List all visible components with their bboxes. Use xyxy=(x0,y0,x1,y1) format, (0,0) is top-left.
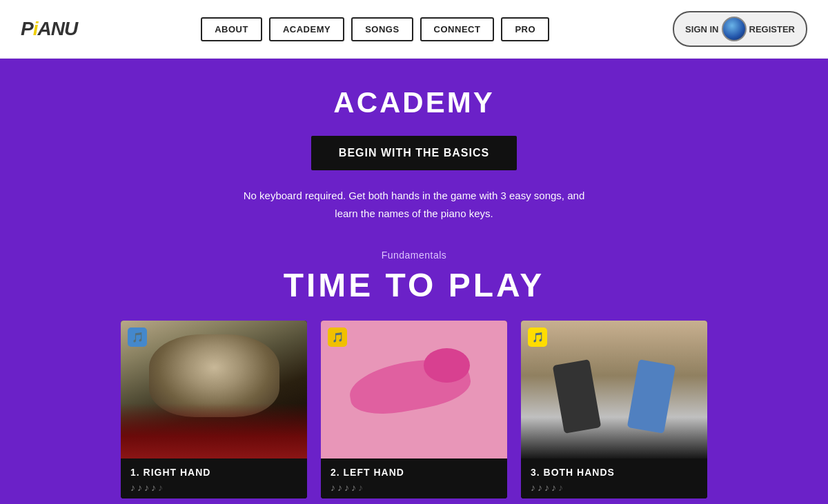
star-1: ♪ xyxy=(130,482,135,493)
card-footer-3: 3. BOTH HANDS ♪ ♪ ♪ ♪ ♪ xyxy=(521,458,707,498)
auth-box: SIGN IN REGISTER xyxy=(673,11,807,47)
sign-in-button[interactable]: SIGN IN xyxy=(685,24,718,34)
star-4: ♪ xyxy=(351,482,356,493)
card-image-right-hand: 🎵 xyxy=(121,321,307,458)
fundamentals-label: Fundamentals xyxy=(382,250,447,261)
header: PiANU ABOUT ACADEMY SONGS CONNECT PRO SI… xyxy=(0,0,828,59)
nav-academy[interactable]: ACADEMY xyxy=(269,17,344,41)
avatar xyxy=(722,17,747,41)
register-button[interactable]: REGISTER xyxy=(749,24,795,34)
card-image-both-hands: 🎵 xyxy=(521,321,707,458)
logo[interactable]: PiANU xyxy=(21,18,77,40)
academy-title: ACADEMY xyxy=(333,86,494,119)
star-4: ♪ xyxy=(151,482,156,493)
dancing-image xyxy=(521,321,707,458)
auth-area: SIGN IN REGISTER xyxy=(673,11,807,47)
star-3: ♪ xyxy=(144,482,149,493)
star-2: ♪ xyxy=(337,482,342,493)
star-3: ♪ xyxy=(344,482,349,493)
begin-basics-button[interactable]: BEGIN WITH THE BASICS xyxy=(311,136,517,170)
card-right-hand[interactable]: 🎵 1. RIGHT HAND ♪ ♪ ♪ ♪ ♪ xyxy=(121,321,307,498)
card-image-left-hand: 🎵 xyxy=(321,321,507,458)
nav-connect[interactable]: CONNECT xyxy=(420,17,495,41)
nav-songs[interactable]: SONGS xyxy=(351,17,413,41)
star-4: ♪ xyxy=(551,482,556,493)
stars-3: ♪ ♪ ♪ ♪ ♪ xyxy=(531,482,698,493)
cards-row: 🎵 1. RIGHT HAND ♪ ♪ ♪ ♪ ♪ 🎵 2. LEFT HAN xyxy=(110,321,718,498)
star-2: ♪ xyxy=(538,482,542,493)
nav-about[interactable]: ABOUT xyxy=(201,17,262,41)
music-badge-2: 🎵 xyxy=(328,327,347,347)
music-badge-3: 🎵 xyxy=(528,327,547,347)
stars-2: ♪ ♪ ♪ ♪ ♪ xyxy=(331,482,497,493)
star-2: ♪ xyxy=(137,482,142,493)
pinkpanther-image xyxy=(321,321,507,458)
card-footer-1: 1. RIGHT HAND ♪ ♪ ♪ ♪ ♪ xyxy=(121,458,307,498)
nav-pro[interactable]: PRO xyxy=(501,17,549,41)
card-left-hand[interactable]: 🎵 2. LEFT HAND ♪ ♪ ♪ ♪ ♪ xyxy=(321,321,507,498)
star-1: ♪ xyxy=(531,482,535,493)
description-text: No keyboard required. Get both hands in … xyxy=(235,187,593,222)
beethoven-image xyxy=(121,321,307,458)
stars-1: ♪ ♪ ♪ ♪ ♪ xyxy=(130,482,297,493)
card-title-2: 2. LEFT HAND xyxy=(331,467,497,478)
star-5: ♪ xyxy=(158,482,163,493)
card-title-1: 1. RIGHT HAND xyxy=(130,467,297,478)
star-3: ♪ xyxy=(544,482,549,493)
nav: ABOUT ACADEMY SONGS CONNECT PRO xyxy=(201,17,549,41)
music-badge-1: 🎵 xyxy=(128,327,147,347)
card-footer-2: 2. LEFT HAND ♪ ♪ ♪ ♪ ♪ xyxy=(321,458,507,498)
time-to-play-title: TIME TO PLAY xyxy=(284,266,545,304)
star-5: ♪ xyxy=(558,482,563,493)
card-both-hands[interactable]: 🎵 3. BOTH HANDS ♪ ♪ ♪ ♪ ♪ xyxy=(521,321,707,498)
card-title-3: 3. BOTH HANDS xyxy=(531,467,698,478)
star-1: ♪ xyxy=(331,482,335,493)
main-content: ACADEMY BEGIN WITH THE BASICS No keyboar… xyxy=(0,59,828,504)
star-5: ♪ xyxy=(358,482,363,493)
